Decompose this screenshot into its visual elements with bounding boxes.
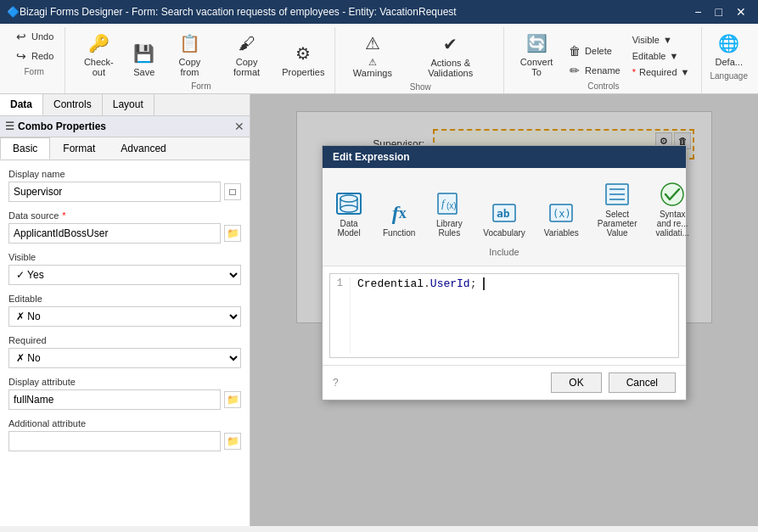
svg-text:(x): (x) <box>553 208 571 220</box>
actions-items: 🔑 Check-out 💾 Save 📋 Copy from 🖌 Copy fo… <box>74 27 328 80</box>
combo-tab-advanced[interactable]: Advanced <box>108 137 178 160</box>
actions-validations-button[interactable]: ✔ Actions & Validations <box>404 28 497 81</box>
rename-icon: ✏ <box>568 64 581 77</box>
title-bar-controls: − □ ✕ <box>689 5 751 19</box>
editable-select[interactable]: ✗ No ✓ Yes <box>8 306 241 327</box>
history-items: ↩ Undo ↪ Redo <box>10 27 58 65</box>
editor-gutter: 1 <box>334 277 351 354</box>
additional-attribute-input[interactable] <box>8 431 221 451</box>
editor-property: UserId <box>430 277 470 290</box>
editable-group: Editable ✗ No ✓ Yes <box>8 294 241 327</box>
save-button[interactable]: 💾 Save <box>126 37 161 80</box>
show-items: ⚠ ⚠ Warnings ✔ Actions & Validations <box>344 27 497 81</box>
copy-from-button[interactable]: 📋 Copy from <box>165 27 215 80</box>
close-button[interactable]: ✕ <box>731 5 751 19</box>
dialog-editor[interactable]: 1 Credential.UserId; <box>329 273 679 358</box>
panel-tabs: Data Controls Layout <box>0 94 250 116</box>
visibility-group: Visible ▼ Editable ▼ * Required ▼ <box>628 32 694 80</box>
vocabulary-icon: ab <box>489 198 519 228</box>
editor-keyword: Credential <box>357 277 424 290</box>
warnings-button[interactable]: ⚠ ⚠ Warnings <box>344 27 401 81</box>
display-attribute-label: Display attribute <box>8 377 241 387</box>
display-name-icon-btn[interactable]: □ <box>224 183 241 200</box>
data-source-icon-btn[interactable]: 📁 <box>224 225 241 242</box>
ribbon-group-actions: 🔑 Check-out 💾 Save 📋 Copy from 🖌 Copy fo… <box>67 27 335 93</box>
controls-group-label: Controls <box>587 81 619 92</box>
select-parameter-button[interactable]: Select Parameter Value <box>593 175 642 242</box>
copy-format-button[interactable]: 🖌 Copy format <box>218 27 276 80</box>
ribbon-group-show: ⚠ ⚠ Warnings ✔ Actions & Validations Sho… <box>337 27 504 93</box>
additional-attribute-group: Additional attribute 📁 <box>8 418 241 451</box>
data-source-input[interactable] <box>8 223 221 244</box>
left-panel: Data Controls Layout ☰ Combo Properties … <box>0 94 250 526</box>
visible-button[interactable]: Visible ▼ <box>628 32 694 48</box>
tab-controls[interactable]: Controls <box>43 94 103 115</box>
ok-button[interactable]: OK <box>551 372 601 393</box>
required-group: Required ✗ No ✓ Yes <box>8 335 241 368</box>
select-parameter-label: Select Parameter Value <box>598 210 637 238</box>
help-icon[interactable]: ? <box>333 377 339 389</box>
warnings-icon: ⚠ <box>359 30 386 57</box>
dialog-title: Edit Expression <box>323 146 686 168</box>
redo-icon: ↪ <box>14 49 28 63</box>
variables-button[interactable]: (x) Variables <box>540 193 583 242</box>
maximize-button[interactable]: □ <box>710 5 727 19</box>
combo-header: ☰ Combo Properties ✕ <box>0 116 250 137</box>
editable-row: ✗ No ✓ Yes <box>8 306 241 327</box>
rename-button[interactable]: ✏ Rename <box>564 61 625 80</box>
convert-to-button[interactable]: 🔄 Convert To <box>513 27 560 80</box>
editable-button[interactable]: Editable ▼ <box>628 48 694 64</box>
delete-icon: 🗑 <box>568 44 581 58</box>
required-select[interactable]: ✗ No ✓ Yes <box>8 348 241 368</box>
ribbon-group-language: 🌐 Defa... Language <box>704 27 755 93</box>
required-row: ✗ No ✓ Yes <box>8 348 241 368</box>
additional-attribute-row: 📁 <box>8 431 241 451</box>
function-button[interactable]: fx Function <box>379 193 419 242</box>
library-rules-icon: f (x) <box>434 188 464 219</box>
undo-button[interactable]: ↩ Undo <box>10 27 58 46</box>
data-source-label: Data source * <box>8 210 241 221</box>
required-button[interactable]: * Required ▼ <box>628 64 694 80</box>
checkout-button[interactable]: 🔑 Check-out <box>74 27 123 80</box>
additional-attribute-icon-btn[interactable]: 📁 <box>224 433 241 450</box>
combo-tab-basic[interactable]: Basic <box>0 137 50 160</box>
cancel-button[interactable]: Cancel <box>609 372 676 393</box>
editor-dot: . <box>424 277 430 290</box>
editor-content[interactable]: Credential.UserId; <box>357 277 675 354</box>
title-bar-icon: 🔷 <box>7 6 20 18</box>
language-button[interactable]: 🌐 Defa... <box>711 27 747 70</box>
properties-form: Display name □ Data source * 📁 <box>0 160 250 526</box>
combo-header-icon: ☰ <box>5 120 14 132</box>
ribbon-content: ↩ Undo ↪ Redo Form 🔑 Check-out <box>0 24 758 93</box>
tab-data[interactable]: Data <box>0 94 43 115</box>
title-bar: 🔷 Bizagi Forms Designer - Form: Search v… <box>0 0 758 24</box>
save-icon: 💾 <box>131 40 158 67</box>
combo-tabs: Basic Format Advanced <box>0 137 250 160</box>
show-group-label: Show <box>410 82 431 93</box>
display-name-input[interactable] <box>8 182 221 202</box>
delete-button[interactable]: 🗑 Delete <box>564 42 625 60</box>
language-icon: 🌐 <box>716 30 743 57</box>
data-model-button[interactable]: Data Model <box>329 184 368 242</box>
library-rules-button[interactable]: f (x) Library Rules <box>430 184 469 242</box>
variables-icon: (x) <box>546 198 576 228</box>
toolbar-row: Data Model fx Function f <box>329 175 679 242</box>
minimize-button[interactable]: − <box>689 5 706 19</box>
properties-button[interactable]: ⚙ Properties <box>278 37 328 80</box>
ribbon-group-history: ↩ Undo ↪ Redo Form <box>3 27 65 93</box>
syntax-validate-label: Syntax and re... validati... <box>655 210 688 238</box>
redo-button[interactable]: ↪ Redo <box>10 47 58 65</box>
visible-select[interactable]: ✓ Yes ✗ No <box>8 265 241 285</box>
syntax-validate-button[interactable]: Syntax and re... validati... <box>651 175 693 242</box>
display-attribute-row: 📁 <box>8 389 241 410</box>
display-attribute-input[interactable] <box>8 389 221 410</box>
display-attribute-icon-btn[interactable]: 📁 <box>224 391 241 408</box>
combo-close-button[interactable]: ✕ <box>234 120 244 133</box>
variables-label: Variables <box>544 228 579 238</box>
ribbon-group-controls: 🔄 Convert To 🗑 Delete ✏ Rename Visibl <box>506 27 701 93</box>
tab-layout[interactable]: Layout <box>103 94 154 115</box>
vocabulary-button[interactable]: ab Vocabulary <box>479 193 529 242</box>
visible-label: Visible <box>8 252 241 262</box>
include-label: Include <box>329 245 679 259</box>
combo-tab-format[interactable]: Format <box>50 137 108 160</box>
